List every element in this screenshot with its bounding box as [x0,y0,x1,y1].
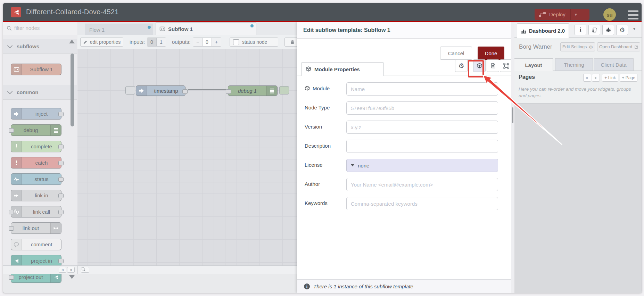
deploy-caret-icon[interactable]: ▼ [571,13,581,17]
palette-node-debug[interactable]: debug [11,124,61,136]
keywords-input[interactable] [346,197,498,210]
palette-node-link-in[interactable]: link in [11,190,61,201]
palette-category-common[interactable]: common [3,85,77,100]
gear-icon: ⚙ [458,62,464,70]
palette-node-status[interactable]: status [11,173,61,185]
output-port [58,145,64,149]
node-label: debug 1 [228,88,266,94]
node-label: comment [22,241,61,247]
appearance-tab-button[interactable] [500,59,512,72]
avatar[interactable]: su [603,8,616,21]
splitter-handle[interactable] [512,107,513,123]
author-input[interactable] [346,178,498,191]
palette-node-catch[interactable]: ! catch [11,157,61,168]
version-input[interactable] [346,121,498,134]
edit-properties-button[interactable]: edit properties [80,38,123,47]
done-button[interactable]: Done [478,47,504,60]
module-input[interactable] [346,82,498,96]
output-port [58,259,64,263]
palette-node-complete[interactable]: ! complete [11,141,61,152]
inputs-toggle[interactable]: 0 1 [147,38,166,47]
node-label: project in [22,258,61,264]
tab-flow-1[interactable]: Flow 1 [85,24,153,35]
deploy-button[interactable]: Deploy ▼ [535,9,589,20]
input-port[interactable] [226,89,231,94]
description-tab-button[interactable] [487,59,499,72]
flow-canvas[interactable]: timestamp debug 1 [77,49,297,265]
debug-tab-button[interactable] [602,25,614,35]
inputs-option-0[interactable]: 0 [147,38,156,46]
wire[interactable] [188,89,226,90]
node-label: debug [11,127,50,133]
search-input[interactable] [14,25,71,31]
edit-settings-button[interactable]: Edit Settings ⚙ [560,42,595,51]
palette-node-comment[interactable]: comment [11,239,61,250]
description-field-label: Description [305,143,331,149]
inputs-label: inputs: [130,39,145,45]
inputs-option-1[interactable]: 1 [156,38,166,46]
outputs-increase-button[interactable]: + [212,38,221,46]
tab-module-properties[interactable]: Module Properties [301,62,384,76]
node-type-input[interactable] [346,101,498,115]
status-node-toggle[interactable]: status node [230,38,278,47]
output-port [58,210,64,214]
add-page-button[interactable]: + Page [620,74,637,82]
palette-collapse-button[interactable]: « [59,267,66,273]
info-icon: i [304,283,310,289]
dialog-footer: i There is 1 instance of this subflow te… [297,279,511,293]
properties-tab-button[interactable]: ⚙ [455,59,468,72]
dialog-header: Edit subflow template: Subflow 1 [297,22,511,39]
expand-all-button[interactable]: » [592,74,600,82]
cube-icon [305,86,310,91]
license-dropdown[interactable]: none [346,159,498,172]
output-port[interactable] [182,89,188,94]
tab-layout[interactable]: Layout [514,58,553,71]
tab-changed-dot [250,24,254,27]
palette-expand-button[interactable]: » [67,267,75,273]
tab-dashboard-2[interactable]: Dashboard 2.0 [517,23,569,38]
chevron-down-icon [7,43,13,49]
palette-node-subflow-1[interactable]: Subflow 1 [11,64,61,75]
category-label: common [17,89,39,95]
outputs-stepper[interactable]: − 0 + [193,38,221,47]
app-window: Different-Collared-Dove-4521 Deploy ▼ su… [3,3,642,293]
config-tab-button[interactable]: ⚙ [616,25,628,35]
checkbox-label: status node [242,39,267,45]
palette-node-project-in[interactable]: project in [11,255,61,266]
palette-scroll-up-icon[interactable] [69,40,75,43]
debug-icon [266,86,277,96]
author-field-label: Author [305,181,320,187]
palette-scroll-down-icon[interactable] [69,275,75,279]
help-tab-button[interactable] [588,25,600,35]
screenshot-stage: Different-Collared-Dove-4521 Deploy ▼ su… [0,0,644,296]
canvas-node-timestamp[interactable]: timestamp [136,85,185,96]
cancel-button[interactable]: Cancel [440,47,472,60]
delete-subflow-button[interactable] [284,38,297,47]
open-dashboard-button[interactable]: Open Dashboard [597,42,640,51]
palette-scrollbar[interactable] [71,54,74,126]
palette-node-link-call[interactable]: link call [11,206,61,217]
zoom-search-button[interactable] [81,267,89,273]
tab-subflow-1[interactable]: Subflow 1 [156,22,256,35]
main-menu-button[interactable] [628,10,638,19]
info-tab-button[interactable]: i [575,25,586,35]
tab-client-data[interactable]: Client Data [594,58,634,71]
inject-trigger-button[interactable] [125,86,135,94]
flow-tab-bar: Flow 1 Subflow 1 [77,22,297,35]
collapse-all-button[interactable]: « [583,74,591,82]
sidebar-more-tabs-caret[interactable]: ▾ [633,26,635,31]
tab-theming[interactable]: Theming [555,58,593,71]
inject-icon [136,86,147,96]
checkbox-icon[interactable] [233,39,239,45]
add-link-button[interactable]: + Link [602,74,618,82]
palette-node-link-out[interactable]: link out [11,222,61,234]
canvas-node-debug-1[interactable]: debug 1 [228,85,278,96]
outputs-decrease-button[interactable]: − [193,38,202,46]
right-sidebar: Dashboard 2.0 i ⚙ ▾ Borg Warner Edit Set… [514,22,642,293]
debug-toggle-button[interactable] [279,86,289,94]
pages-list-area[interactable] [514,104,642,293]
palette-node-inject[interactable]: inject [11,108,61,120]
caret-down-icon [351,164,354,166]
description-input[interactable] [346,140,498,153]
palette-category-subflows[interactable]: subflows [3,39,77,54]
